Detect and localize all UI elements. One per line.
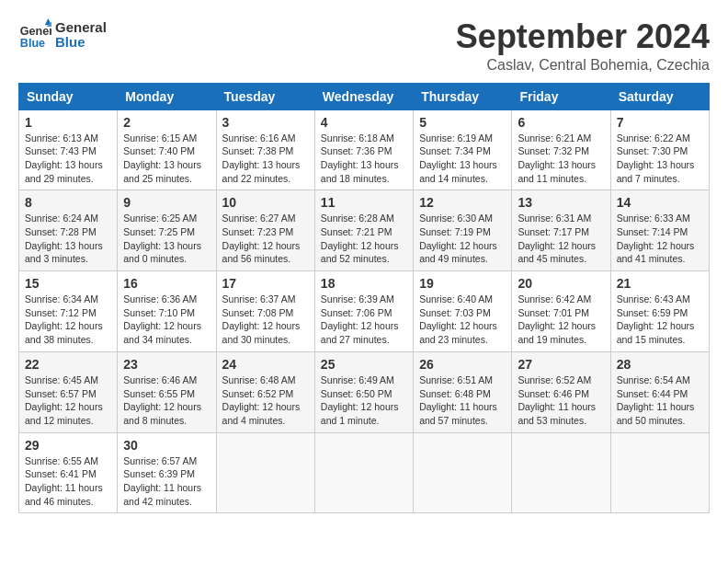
day-info: Sunrise: 6:48 AM Sunset: 6:52 PM Dayligh…: [222, 373, 309, 428]
day-info: Sunrise: 6:19 AM Sunset: 7:34 PM Dayligh…: [419, 132, 506, 186]
day-number: 25: [321, 357, 407, 372]
day-info: Sunrise: 6:39 AM Sunset: 7:06 PM Dayligh…: [321, 293, 407, 347]
col-header-friday: Friday: [512, 83, 610, 109]
day-number: 7: [617, 115, 703, 130]
day-info: Sunrise: 6:22 AM Sunset: 7:30 PM Dayligh…: [617, 132, 703, 186]
day-info: Sunrise: 6:15 AM Sunset: 7:40 PM Dayligh…: [123, 132, 210, 186]
day-cell: 3Sunrise: 6:16 AM Sunset: 7:38 PM Daylig…: [216, 109, 314, 190]
day-cell: 15Sunrise: 6:34 AM Sunset: 7:12 PM Dayli…: [19, 271, 118, 352]
day-info: Sunrise: 6:37 AM Sunset: 7:08 PM Dayligh…: [222, 293, 309, 347]
day-cell: 10Sunrise: 6:27 AM Sunset: 7:23 PM Dayli…: [216, 190, 314, 271]
day-number: 20: [518, 276, 604, 291]
day-info: Sunrise: 6:24 AM Sunset: 7:28 PM Dayligh…: [25, 212, 111, 266]
logo-general-text: General: [55, 20, 107, 36]
day-number: 10: [222, 195, 309, 210]
day-number: 3: [222, 115, 309, 130]
day-number: 18: [321, 276, 407, 291]
day-number: 8: [25, 195, 111, 210]
day-number: 2: [123, 115, 210, 130]
week-row-5: 29Sunrise: 6:55 AM Sunset: 6:41 PM Dayli…: [19, 432, 710, 513]
day-cell: [414, 432, 512, 513]
day-cell: [610, 432, 709, 513]
day-cell: 1Sunrise: 6:13 AM Sunset: 7:43 PM Daylig…: [19, 109, 118, 190]
day-number: 23: [123, 357, 210, 372]
day-cell: 19Sunrise: 6:40 AM Sunset: 7:03 PM Dayli…: [414, 271, 512, 352]
calendar-table: SundayMondayTuesdayWednesdayThursdayFrid…: [18, 83, 710, 514]
day-cell: 5Sunrise: 6:19 AM Sunset: 7:34 PM Daylig…: [414, 109, 512, 190]
day-info: Sunrise: 6:34 AM Sunset: 7:12 PM Dayligh…: [25, 293, 111, 347]
day-cell: 18Sunrise: 6:39 AM Sunset: 7:06 PM Dayli…: [314, 271, 413, 352]
day-number: 11: [321, 195, 407, 210]
day-info: Sunrise: 6:21 AM Sunset: 7:32 PM Dayligh…: [518, 132, 604, 186]
day-cell: 25Sunrise: 6:49 AM Sunset: 6:50 PM Dayli…: [314, 351, 413, 432]
day-cell: 13Sunrise: 6:31 AM Sunset: 7:17 PM Dayli…: [512, 190, 610, 271]
col-header-tuesday: Tuesday: [216, 83, 314, 109]
day-number: 16: [123, 276, 210, 291]
day-number: 5: [419, 115, 506, 130]
day-cell: 27Sunrise: 6:52 AM Sunset: 6:46 PM Dayli…: [512, 351, 610, 432]
day-cell: 2Sunrise: 6:15 AM Sunset: 7:40 PM Daylig…: [118, 109, 216, 190]
day-info: Sunrise: 6:57 AM Sunset: 6:39 PM Dayligh…: [123, 454, 210, 509]
day-cell: 12Sunrise: 6:30 AM Sunset: 7:19 PM Dayli…: [414, 190, 512, 271]
day-cell: 20Sunrise: 6:42 AM Sunset: 7:01 PM Dayli…: [512, 271, 610, 352]
day-info: Sunrise: 6:52 AM Sunset: 6:46 PM Dayligh…: [518, 373, 604, 428]
week-row-1: 1Sunrise: 6:13 AM Sunset: 7:43 PM Daylig…: [19, 109, 710, 190]
day-info: Sunrise: 6:28 AM Sunset: 7:21 PM Dayligh…: [321, 212, 407, 266]
day-info: Sunrise: 6:55 AM Sunset: 6:41 PM Dayligh…: [25, 454, 111, 509]
day-number: 14: [617, 195, 703, 210]
day-number: 27: [518, 357, 604, 372]
day-cell: 24Sunrise: 6:48 AM Sunset: 6:52 PM Dayli…: [216, 351, 314, 432]
day-number: 12: [419, 195, 506, 210]
day-cell: 14Sunrise: 6:33 AM Sunset: 7:14 PM Dayli…: [610, 190, 709, 271]
day-cell: 9Sunrise: 6:25 AM Sunset: 7:25 PM Daylig…: [118, 190, 216, 271]
day-cell: 23Sunrise: 6:46 AM Sunset: 6:55 PM Dayli…: [118, 351, 216, 432]
day-number: 17: [222, 276, 309, 291]
day-cell: 8Sunrise: 6:24 AM Sunset: 7:28 PM Daylig…: [19, 190, 118, 271]
day-number: 15: [25, 276, 111, 291]
day-info: Sunrise: 6:51 AM Sunset: 6:48 PM Dayligh…: [419, 373, 506, 428]
day-number: 4: [321, 115, 407, 130]
day-number: 24: [222, 357, 309, 372]
week-row-3: 15Sunrise: 6:34 AM Sunset: 7:12 PM Dayli…: [19, 271, 710, 352]
title-area: September 2024 Caslav, Central Bohemia, …: [456, 18, 710, 74]
day-number: 6: [518, 115, 604, 130]
day-number: 13: [518, 195, 604, 210]
location-title: Caslav, Central Bohemia, Czechia: [456, 57, 710, 74]
day-number: 19: [419, 276, 506, 291]
day-cell: 11Sunrise: 6:28 AM Sunset: 7:21 PM Dayli…: [314, 190, 413, 271]
day-cell: [512, 432, 610, 513]
col-header-sunday: Sunday: [19, 83, 118, 109]
day-cell: 16Sunrise: 6:36 AM Sunset: 7:10 PM Dayli…: [118, 271, 216, 352]
day-cell: 28Sunrise: 6:54 AM Sunset: 6:44 PM Dayli…: [610, 351, 709, 432]
col-header-saturday: Saturday: [610, 83, 709, 109]
day-cell: 22Sunrise: 6:45 AM Sunset: 6:57 PM Dayli…: [19, 351, 118, 432]
day-info: Sunrise: 6:30 AM Sunset: 7:19 PM Dayligh…: [419, 212, 506, 266]
week-row-4: 22Sunrise: 6:45 AM Sunset: 6:57 PM Dayli…: [19, 351, 710, 432]
day-number: 9: [123, 195, 210, 210]
month-title: September 2024: [456, 18, 710, 55]
day-number: 26: [419, 357, 506, 372]
day-info: Sunrise: 6:54 AM Sunset: 6:44 PM Dayligh…: [617, 373, 703, 428]
week-row-2: 8Sunrise: 6:24 AM Sunset: 7:28 PM Daylig…: [19, 190, 710, 271]
day-info: Sunrise: 6:40 AM Sunset: 7:03 PM Dayligh…: [419, 293, 506, 347]
col-header-monday: Monday: [118, 83, 216, 109]
logo-icon: General Blue: [18, 18, 51, 52]
col-header-wednesday: Wednesday: [314, 83, 413, 109]
day-cell: 26Sunrise: 6:51 AM Sunset: 6:48 PM Dayli…: [414, 351, 512, 432]
day-cell: 6Sunrise: 6:21 AM Sunset: 7:32 PM Daylig…: [512, 109, 610, 190]
day-cell: [216, 432, 314, 513]
day-cell: 7Sunrise: 6:22 AM Sunset: 7:30 PM Daylig…: [610, 109, 709, 190]
logo-blue-text: Blue: [55, 35, 107, 51]
day-cell: 17Sunrise: 6:37 AM Sunset: 7:08 PM Dayli…: [216, 271, 314, 352]
day-cell: 29Sunrise: 6:55 AM Sunset: 6:41 PM Dayli…: [19, 432, 118, 513]
day-info: Sunrise: 6:18 AM Sunset: 7:36 PM Dayligh…: [321, 132, 407, 186]
day-info: Sunrise: 6:43 AM Sunset: 6:59 PM Dayligh…: [617, 293, 703, 347]
day-number: 1: [25, 115, 111, 130]
day-info: Sunrise: 6:33 AM Sunset: 7:14 PM Dayligh…: [617, 212, 703, 266]
day-number: 21: [617, 276, 703, 291]
day-info: Sunrise: 6:13 AM Sunset: 7:43 PM Dayligh…: [25, 132, 111, 186]
day-info: Sunrise: 6:16 AM Sunset: 7:38 PM Dayligh…: [222, 132, 309, 186]
day-number: 29: [25, 438, 111, 453]
day-number: 30: [123, 438, 210, 453]
day-info: Sunrise: 6:45 AM Sunset: 6:57 PM Dayligh…: [25, 373, 111, 428]
